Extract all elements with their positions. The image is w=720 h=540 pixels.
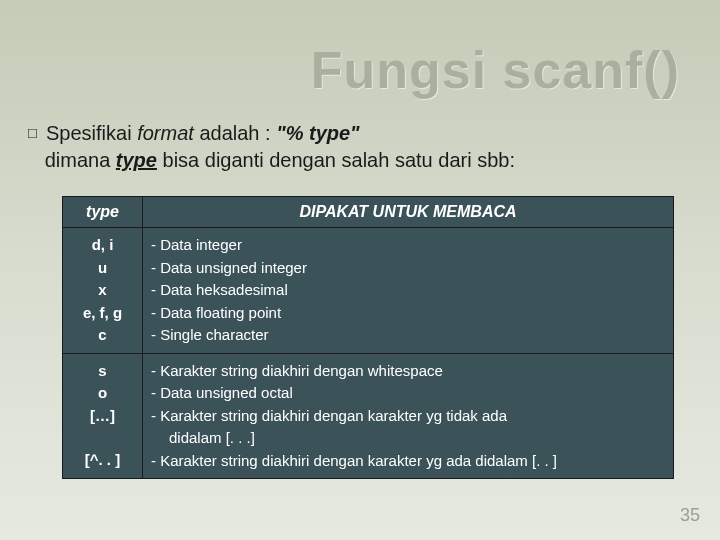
desc-brackets-a: - Karakter string diakhiri dengan karakt… bbox=[151, 405, 665, 428]
text-type1: type bbox=[309, 122, 350, 144]
cell-types-2: s o […] [^. . ] bbox=[63, 353, 143, 479]
page-number: 35 bbox=[680, 505, 700, 526]
text-format-word: format bbox=[137, 122, 194, 144]
slide-title: Fungsi scanf() bbox=[311, 40, 680, 100]
desc-brackets-b: didalam [. . .] bbox=[151, 427, 665, 450]
text-type2: type bbox=[116, 149, 157, 171]
header-desc: DIPAKAT UNTUK MEMBACA bbox=[143, 197, 674, 228]
format-table: type DIPAKAT UNTUK MEMBACA d, i u x e, f… bbox=[62, 196, 674, 479]
text-bisa: bisa diganti dengan salah satu dari sbb: bbox=[157, 149, 515, 171]
table-header-row: type DIPAKAT UNTUK MEMBACA bbox=[63, 197, 674, 228]
table-row: s o […] [^. . ] - Karakter string diakhi… bbox=[63, 353, 674, 479]
type-s: s bbox=[71, 360, 134, 383]
cell-desc-1: - Data integer - Data unsigned integer -… bbox=[143, 228, 674, 354]
type-o: o bbox=[71, 382, 134, 405]
header-type: type bbox=[63, 197, 143, 228]
type-brackets: […] bbox=[71, 405, 134, 428]
body-text: □ Spesifikai format adalah : "% type" di… bbox=[28, 120, 692, 174]
text-quote-open: "% bbox=[276, 122, 309, 144]
text-dimana: dimana bbox=[45, 149, 116, 171]
desc-o: - Data unsigned octal bbox=[151, 382, 665, 405]
type-caret: [^. . ] bbox=[71, 449, 134, 472]
cell-desc-2: - Karakter string diakhiri dengan whites… bbox=[143, 353, 674, 479]
text-quote-close: " bbox=[350, 122, 359, 144]
text-adalah: adalah : bbox=[194, 122, 276, 144]
cell-types-1: d, i u x e, f, g c bbox=[63, 228, 143, 354]
desc-s: - Karakter string diakhiri dengan whites… bbox=[151, 360, 665, 383]
bullet-icon: □ bbox=[28, 126, 46, 143]
desc-caret: - Karakter string diakhiri dengan karakt… bbox=[151, 450, 665, 473]
text-spesifikai: Spesifikai bbox=[46, 122, 137, 144]
table-row: d, i u x e, f, g c - Data integer - Data… bbox=[63, 228, 674, 354]
